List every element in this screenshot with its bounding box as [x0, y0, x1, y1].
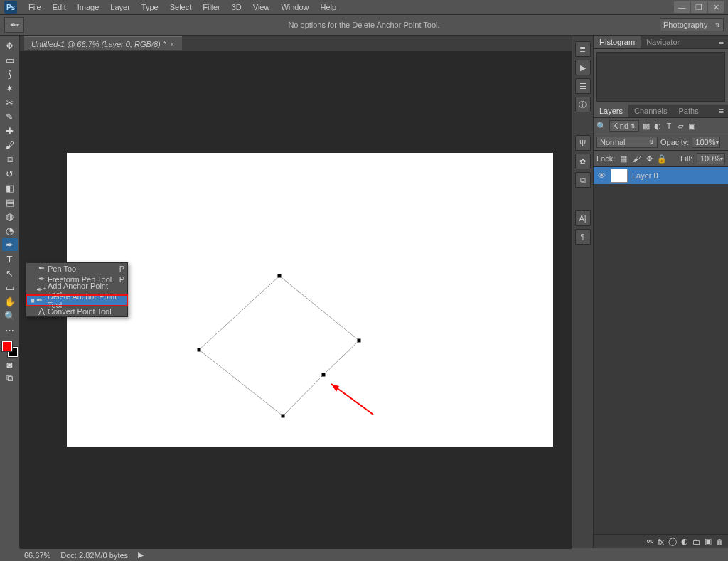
- lock-image-icon[interactable]: 🖌: [632, 154, 641, 163]
- screenmode-toggle[interactable]: ⧉: [2, 372, 18, 385]
- doc-info-arrow-icon[interactable]: ▶: [138, 550, 144, 560]
- crop-tool[interactable]: ✂: [2, 96, 18, 109]
- clone-source-icon[interactable]: ⧉: [575, 172, 591, 188]
- tab-histogram[interactable]: Histogram: [594, 36, 641, 48]
- paragraph-panel-icon[interactable]: ¶: [575, 229, 591, 245]
- menu-filter[interactable]: Filter: [197, 1, 225, 13]
- right-panels: Histogram Navigator ≡ Layers Channels Pa…: [593, 36, 728, 548]
- lasso-tool[interactable]: ⟆: [2, 68, 18, 80]
- opacity-input[interactable]: 100%▾: [692, 137, 720, 148]
- mask-icon[interactable]: ◯: [668, 537, 677, 546]
- lock-position-icon[interactable]: ✥: [645, 154, 653, 163]
- properties-panel-icon[interactable]: ☰: [575, 78, 591, 94]
- fill-input[interactable]: 100%▾: [697, 153, 725, 164]
- filter-shape-icon[interactable]: ▱: [676, 122, 685, 130]
- layers-panel-footer: ⚯ fx ◯ ◐ 🗀 ▣ 🗑: [594, 534, 728, 548]
- filter-type-icon[interactable]: T: [665, 122, 673, 130]
- panel-menu-icon[interactable]: ≡: [715, 105, 728, 117]
- path-select-tool[interactable]: ↖: [2, 267, 18, 279]
- adjustment-icon[interactable]: ◐: [681, 537, 688, 546]
- quickmask-toggle[interactable]: ◙: [2, 358, 18, 370]
- minimize-button[interactable]: —: [674, 1, 690, 13]
- doc-info[interactable]: Doc: 2.82M/0 bytes: [60, 551, 128, 560]
- link-layers-icon[interactable]: ⚯: [647, 537, 653, 546]
- menu-image[interactable]: Image: [72, 1, 105, 13]
- zoom-tool[interactable]: 🔍: [2, 309, 18, 322]
- canvas[interactable]: [67, 153, 553, 447]
- character-panel-icon[interactable]: A|: [575, 210, 591, 226]
- blend-mode-select[interactable]: Normal⇅: [596, 137, 658, 148]
- lock-transparent-icon[interactable]: ▦: [619, 154, 628, 163]
- lock-all-icon[interactable]: 🔒: [658, 154, 666, 163]
- layer-row[interactable]: 👁 Layer 0: [594, 167, 728, 184]
- anchor-point[interactable]: [198, 348, 201, 352]
- tab-paths[interactable]: Paths: [673, 105, 705, 117]
- menu-type[interactable]: Type: [136, 1, 164, 13]
- tab-layers[interactable]: Layers: [594, 105, 628, 117]
- menu-select[interactable]: Select: [164, 1, 198, 13]
- menu-view[interactable]: View: [247, 1, 276, 13]
- actions-panel-icon[interactable]: ▶: [575, 60, 591, 75]
- flyout-label: Convert Point Tool: [46, 307, 117, 316]
- anchor-point[interactable]: [278, 274, 282, 278]
- brush-settings-icon[interactable]: Ψ: [575, 135, 591, 151]
- document-tab[interactable]: Untitled-1 @ 66.7% (Layer 0, RGB/8) * ×: [24, 36, 182, 50]
- close-tab-icon[interactable]: ×: [170, 40, 174, 48]
- menu-edit[interactable]: Edit: [47, 1, 72, 13]
- menu-help[interactable]: Help: [315, 1, 343, 13]
- info-panel-icon[interactable]: ⓘ: [575, 97, 591, 112]
- filter-adjust-icon[interactable]: ◐: [653, 122, 662, 130]
- history-panel-icon[interactable]: ≣: [575, 41, 591, 57]
- new-layer-icon[interactable]: ▣: [705, 537, 712, 546]
- type-tool[interactable]: T: [2, 252, 18, 265]
- filter-pixel-icon[interactable]: ▩: [642, 122, 651, 130]
- current-tool-icon[interactable]: ✒▾: [4, 17, 24, 33]
- move-tool[interactable]: ✥: [2, 39, 18, 52]
- close-button[interactable]: ✕: [708, 1, 724, 13]
- foreground-color[interactable]: [2, 341, 12, 351]
- visibility-toggle-icon[interactable]: 👁: [596, 171, 606, 180]
- workspace-switcher[interactable]: Photography ⇅: [660, 18, 724, 31]
- stamp-tool[interactable]: ⧈: [2, 153, 18, 166]
- eyedropper-tool[interactable]: ✎: [2, 110, 18, 123]
- marquee-tool[interactable]: ▭: [2, 53, 18, 66]
- dodge-tool[interactable]: ◔: [2, 224, 18, 237]
- layer-name[interactable]: Layer 0: [632, 171, 658, 180]
- blur-tool[interactable]: ◍: [2, 210, 18, 223]
- anchor-point[interactable]: [282, 415, 285, 418]
- eraser-tool[interactable]: ◧: [2, 181, 18, 194]
- menu-window[interactable]: Window: [275, 1, 314, 13]
- anchor-point[interactable]: [322, 373, 326, 377]
- filter-smart-icon[interactable]: ▣: [687, 122, 696, 130]
- brush-tool[interactable]: 🖌: [2, 139, 18, 151]
- tab-channels[interactable]: Channels: [628, 105, 673, 117]
- anchor-point[interactable]: [358, 339, 361, 343]
- color-swatches[interactable]: [2, 341, 18, 357]
- menu-3d[interactable]: 3D: [226, 1, 247, 13]
- shape-tool[interactable]: ▭: [2, 281, 18, 294]
- zoom-level[interactable]: 66.67%: [24, 551, 50, 560]
- panel-menu-icon[interactable]: ≡: [715, 36, 728, 48]
- edit-toolbar[interactable]: ⋯: [2, 324, 18, 336]
- brushes-icon[interactable]: ✿: [575, 154, 591, 169]
- restore-button[interactable]: ❐: [691, 1, 707, 13]
- pen-tool[interactable]: ✒: [2, 238, 18, 251]
- tab-navigator[interactable]: Navigator: [641, 36, 685, 48]
- menu-layer[interactable]: Layer: [105, 1, 136, 13]
- gradient-tool[interactable]: ▤: [2, 196, 18, 208]
- layer-list: 👁 Layer 0: [594, 167, 728, 534]
- pen-icon: ✒: [10, 21, 16, 30]
- history-brush-tool[interactable]: ↺: [2, 167, 18, 180]
- hand-tool[interactable]: ✋: [2, 295, 18, 308]
- flyout-convert-point[interactable]: ⋀ Convert Point Tool: [26, 306, 127, 316]
- healing-tool[interactable]: ✚: [2, 124, 18, 137]
- fx-icon[interactable]: fx: [658, 538, 664, 546]
- quick-select-tool[interactable]: ✶: [2, 82, 18, 95]
- layer-kind-filter[interactable]: Kind⇅: [609, 120, 639, 132]
- flyout-pen-tool[interactable]: ✒ Pen Tool P: [26, 263, 127, 274]
- layer-thumbnail[interactable]: [611, 169, 628, 183]
- menu-file[interactable]: File: [23, 1, 47, 13]
- flyout-delete-anchor[interactable]: ■ ✒⁻ Delete Anchor Point Tool: [26, 295, 127, 306]
- delete-layer-icon[interactable]: 🗑: [716, 538, 724, 546]
- group-icon[interactable]: 🗀: [692, 538, 700, 546]
